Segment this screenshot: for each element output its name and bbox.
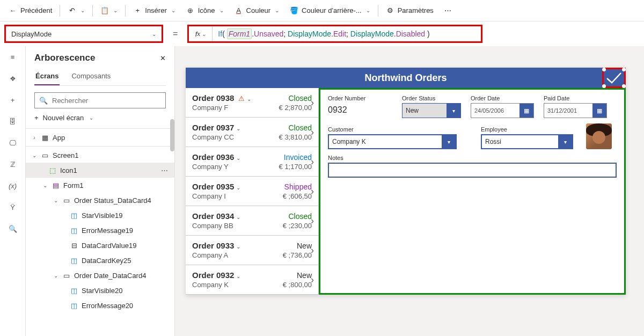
more-button[interactable]: ⋯ (440, 4, 456, 17)
order-id: Order 0933 (192, 241, 234, 250)
tree-search[interactable]: 🔍 (34, 92, 166, 108)
canvas[interactable]: Northwind Orders Order 0938 ⚠⌄ Closed Co… (175, 46, 644, 336)
chevron-down-icon[interactable]: ▾ (447, 104, 460, 118)
paid-date-picker[interactable]: 31/12/2001 ▦ (544, 103, 607, 118)
order-company: Company F (192, 104, 228, 112)
order-item[interactable]: Order 0935⌄ Shipped Company I € ;606,50 … (186, 177, 318, 206)
rail-search-icon[interactable]: 🔍 (8, 223, 18, 234)
order-item[interactable]: Order 0934⌄ Closed Company BB € ;230,00 … (186, 206, 318, 236)
rail-hamburger-icon[interactable]: ≡ (8, 52, 18, 62)
settings-label: Paramètres (398, 6, 434, 14)
chevron-down-icon[interactable]: ⌄ (53, 198, 59, 203)
tree-node-screen[interactable]: ⌄ ▭ Screen1 (26, 148, 174, 163)
check-icon-selection[interactable] (602, 68, 626, 88)
chevron-right-icon[interactable]: › (311, 245, 314, 256)
search-icon: 🔍 (39, 97, 48, 105)
chevron-down-icon[interactable]: ▾ (558, 135, 572, 148)
rail-advanced-icon[interactable]: ℤ (8, 159, 18, 170)
calendar-icon[interactable]: ▦ (592, 104, 606, 118)
order-item[interactable]: Order 0933⌄ New Company A € ;736,00 › (186, 236, 318, 265)
fx-label[interactable]: fx⌄ (189, 26, 213, 41)
rail-data-icon[interactable]: 🗄 (8, 116, 18, 127)
back-label: Précédent (20, 6, 52, 14)
order-item[interactable]: Order 0932⌄ New Company K € ;800,00 › (186, 265, 318, 295)
rail-tests-icon[interactable]: Ÿ (8, 202, 18, 213)
order-item[interactable]: Order 0936⌄ Invoiced Company Y € 1;170,0… (186, 147, 318, 177)
chevron-right-icon[interactable]: › (311, 215, 314, 227)
order-company: Company I (192, 192, 226, 200)
tab-components[interactable]: Composants (70, 69, 112, 85)
order-date-picker[interactable]: 24/05/2006 ▦ (471, 103, 534, 118)
tree-node-control[interactable]: ◫ StarVisible20 (26, 283, 174, 298)
tree-node-control[interactable]: ⊟ DataCardValue19 (26, 238, 174, 253)
tree-node-control[interactable]: ◫ DataCardKey25 (26, 253, 174, 268)
tree-body[interactable]: › ▦ App ⌄ ▭ Screen1 ⬚ Icon1 ⋯ ⌄ ▤ Form1 … (26, 130, 174, 336)
smiley-icon: ⊕ (186, 6, 195, 15)
order-list[interactable]: Order 0938 ⚠⌄ Closed Company F € 2;870,0… (186, 88, 319, 295)
scrollbar[interactable] (170, 119, 174, 151)
more-icon[interactable]: ⋯ (161, 166, 174, 174)
icon-button[interactable]: ⊕Icône⌄ (182, 4, 228, 17)
calendar-icon[interactable]: ▦ (519, 104, 533, 118)
chevron-right-icon[interactable]: › (311, 274, 314, 286)
employee-dropdown[interactable]: Rossi ▾ (481, 134, 573, 149)
chevron-down-icon[interactable]: ▾ (442, 135, 456, 148)
label-icon: ◫ (70, 211, 78, 219)
rail-media-icon[interactable]: 🖵 (8, 137, 18, 148)
chevron-right-icon[interactable]: › (311, 156, 314, 167)
order-number-value: 0932 (328, 103, 392, 115)
rail-insert-icon[interactable]: + (8, 94, 18, 105)
settings-button[interactable]: ⚙Paramètres (382, 4, 438, 17)
tree-node-app[interactable]: › ▦ App (26, 130, 174, 145)
chevron-down-icon: ⌄ (247, 96, 251, 102)
label-icon: ◫ (70, 227, 78, 234)
order-company: Company BB (192, 222, 233, 230)
close-icon[interactable]: ✕ (160, 54, 166, 62)
rail-layers-icon[interactable]: ❖ (8, 73, 18, 84)
property-dropdown[interactable]: DisplayMode ⌄ (4, 25, 163, 43)
tree-node-control[interactable]: ◫ StarVisible19 (26, 208, 174, 223)
formula-bar[interactable]: fx⌄ If( Form1.Unsaved; DisplayMode.Edit;… (187, 25, 482, 43)
tab-screens[interactable]: Écrans (34, 69, 60, 85)
tree-node-icon1[interactable]: ⬚ Icon1 ⋯ (26, 163, 174, 178)
tree-divider (26, 128, 174, 129)
chevron-down-icon[interactable]: ⌄ (31, 152, 38, 158)
icon-label: Icône (198, 6, 215, 14)
chevron-right-icon[interactable]: › (311, 127, 314, 138)
datacard-icon: ▭ (62, 272, 71, 279)
new-screen-button[interactable]: + Nouvel écran ⌄ (26, 108, 174, 127)
chevron-right-icon[interactable]: › (311, 97, 314, 108)
order-status-dropdown[interactable]: New ▾ (402, 103, 461, 118)
bgcolor-button[interactable]: 🪣Couleur d'arrière-...⌄ (286, 4, 375, 17)
order-status: Shipped (284, 182, 312, 191)
chevron-right-icon[interactable]: › (311, 186, 314, 197)
color-button[interactable]: ACouleur⌄ (230, 4, 284, 17)
tree-node-control[interactable]: ◫ ErrorMessage20 (26, 298, 174, 313)
tree-node-datacard[interactable]: ⌄ ▭ Order Date_DataCard4 (26, 268, 174, 283)
customer-dropdown[interactable]: Company K ▾ (328, 134, 457, 149)
chevron-down-icon[interactable]: ⌄ (53, 273, 59, 279)
undo-button[interactable]: ↶⌄ (63, 4, 89, 17)
formula-input[interactable]: If( Form1.Unsaved; DisplayMode.Edit; Dis… (213, 30, 481, 38)
paste-button[interactable]: 📋⌄ (96, 4, 122, 17)
rail-variables-icon[interactable]: (x) (8, 180, 18, 191)
order-item[interactable]: Order 0937⌄ Closed Company CC € 3;810,00… (186, 118, 318, 147)
chevron-down-icon[interactable]: ⌄ (42, 182, 48, 188)
separator (125, 5, 126, 17)
bgcolor-label: Couleur d'arrière-... (302, 6, 362, 14)
insert-button[interactable]: +Insérer⌄ (129, 4, 179, 17)
tree-node-datacard[interactable]: ⌄ ▭ Order Status_DataCard4 (26, 193, 174, 208)
tree-node-control[interactable]: ◫ ErrorMessage19 (26, 223, 174, 238)
tree-node-form1[interactable]: ⌄ ▤ Form1 (26, 178, 174, 193)
plus-icon: + (34, 114, 39, 122)
back-button[interactable]: ← Précédent (4, 4, 56, 17)
order-company: Company CC (192, 133, 234, 141)
tree-tabs: Écrans Composants (34, 69, 166, 86)
search-input[interactable] (52, 97, 161, 105)
chevron-down-icon: ⌄ (202, 31, 206, 37)
order-item[interactable]: Order 0938 ⚠⌄ Closed Company F € 2;870,0… (186, 88, 318, 118)
form-area[interactable]: Order Number 0932 Order Status New ▾ Ord… (319, 88, 626, 295)
notes-input[interactable] (328, 163, 617, 178)
chevron-right-icon[interactable]: › (31, 135, 38, 141)
equals-label: = (169, 29, 182, 39)
